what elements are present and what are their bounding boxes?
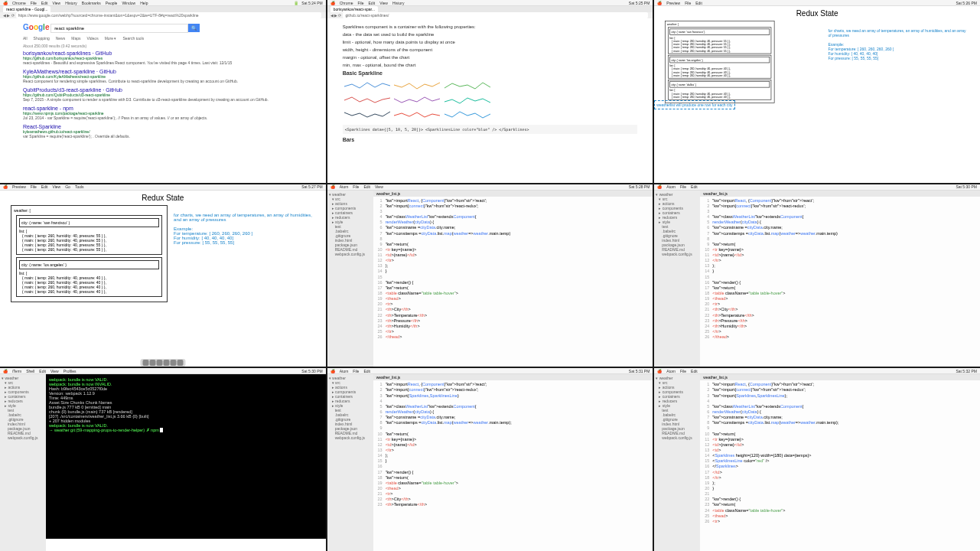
file-tree[interactable]: ▾ weather▾ src▸ actions▸ components▸ con… xyxy=(327,374,373,551)
code-editor[interactable]: 1"kw">import React, { Component } "kw">f… xyxy=(373,197,653,342)
browser-tab[interactable]: react sparkline - Googl... xyxy=(3,6,50,12)
url-bar[interactable]: ◀ ▶ ⟳https://www.google.com/webhp?source… xyxy=(0,12,326,18)
terminal-panel: 🍎iTermShellEditViewProfilesSat 5:30 PM ▾… xyxy=(0,368,326,551)
code-example: <Sparklines data={[5, 10, 5, 20]}> <Spar… xyxy=(343,125,638,134)
dock[interactable] xyxy=(140,359,185,367)
result-stats: About 250,000 results (0.42 seconds) xyxy=(23,44,303,48)
editor-tab[interactable]: weather_list.js xyxy=(373,191,653,197)
sparkline-examples xyxy=(343,79,638,122)
atom-editor-1: 🍎AtomFileEditViewSat 5:28 PM ▾ weather▾ … xyxy=(327,184,653,367)
atom-editor-4: 🍎AtomFileEditSat 5:32 PM ▾ weather▾ src▸… xyxy=(654,368,980,551)
intro-text: Sparklines component is a container with… xyxy=(343,24,638,29)
code-editor[interactable]: 1"kw">import React, { Component } "kw">f… xyxy=(700,197,980,342)
code-editor[interactable]: 1"kw">import React, { Component } "kw">f… xyxy=(373,380,653,509)
section-heading: Basic Sparkline xyxy=(343,70,638,76)
google-logo: Google xyxy=(23,23,49,31)
result-link[interactable]: borisyankov/react-sparklines · GitHub xyxy=(23,51,303,56)
tab-bar: react sparkline - Googl... xyxy=(0,6,326,12)
file-tree[interactable]: ▾ weather▾ src▸ actions▸ components▸ con… xyxy=(327,191,373,367)
result-link[interactable]: react-sparkline - npm xyxy=(23,106,303,111)
result-link[interactable]: React-Sparkline xyxy=(23,124,303,129)
side-annotation: weatherlist will produce one row for eac… xyxy=(654,100,734,109)
atom-editor-2: 🍎AtomFileEditSat 5:30 PM ▾ weather▾ src▸… xyxy=(654,184,980,367)
result-link[interactable]: QubitProducts/d3-react-sparkline · GitHu… xyxy=(23,87,303,93)
terminal[interactable]: webpack: bundle is now VALID.webpack: bu… xyxy=(46,374,326,539)
result-link[interactable]: KyleAMathews/react-sparkline · GitHub xyxy=(23,69,303,74)
atom-editor-3: 🍎AtomFileEditSat 5:31 PM ▾ weather▾ src▸… xyxy=(327,368,653,551)
google-search-panel: 🍎ChromeFileEditViewHistoryBookmarksPeopl… xyxy=(0,0,326,183)
file-tree[interactable]: ▾ weather▾ src▸ actions▸ components▸ con… xyxy=(0,374,46,551)
redux-title: Redux State xyxy=(657,9,977,18)
code-editor[interactable]: 1"kw">import React, { Component } "kw">f… xyxy=(700,380,980,526)
redux-state-small: 🍎PreviewFileEditSat 5:26 PM Redux State … xyxy=(654,0,980,183)
weather-box: weather: [ city: { name: 'san francisco'… xyxy=(665,21,775,103)
search-input[interactable]: react sparkline xyxy=(50,24,188,33)
search-nav: AllShoppingNewsMapsVideosMore ▾Search to… xyxy=(23,36,303,41)
file-tree[interactable]: ▾ weather▾ src▸ actions▸ components▸ con… xyxy=(654,191,700,367)
search-button[interactable]: 🔍 xyxy=(188,24,200,32)
sparklines-docs-panel: 🍎ChromeFileEditViewHistorySat 5:25 PM bo… xyxy=(327,0,653,183)
file-tree[interactable]: ▾ weather▾ src▸ actions▸ components▸ con… xyxy=(654,374,700,551)
menubar: 🍎ChromeFileEditViewHistoryBookmarksPeopl… xyxy=(0,0,326,6)
redux-state-large: 🍎PreviewFileEditViewGoToolsSat 5:27 PM R… xyxy=(0,184,326,367)
